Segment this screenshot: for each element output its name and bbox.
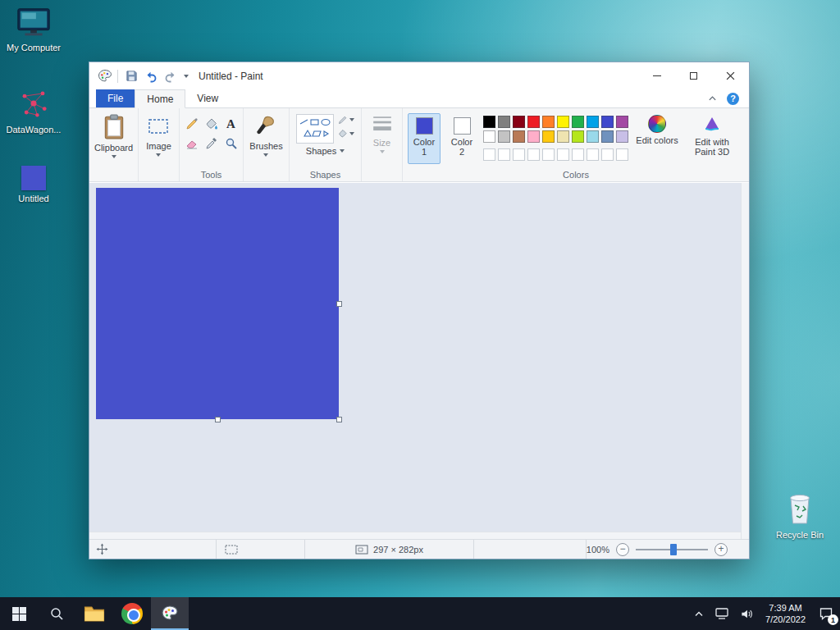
shapes-caption[interactable]: Shapes bbox=[306, 146, 345, 156]
canvas-resize-handle-right[interactable] bbox=[336, 301, 342, 307]
palette-color-swatch[interactable] bbox=[601, 148, 614, 161]
taskbar-paint-button[interactable] bbox=[151, 597, 189, 630]
canvas-resize-handle-bottom[interactable] bbox=[215, 417, 221, 422]
eraser-tool-button[interactable] bbox=[183, 135, 201, 153]
window-controls bbox=[638, 62, 749, 89]
palette-color-swatch[interactable] bbox=[587, 130, 599, 143]
text-tool-button[interactable]: A bbox=[222, 115, 240, 133]
vertical-scrollbar[interactable] bbox=[741, 183, 749, 539]
palette-color-swatch[interactable] bbox=[527, 148, 540, 161]
shape-outline-button[interactable] bbox=[337, 114, 355, 126]
edit-colors-button[interactable]: Edit colors bbox=[633, 113, 681, 145]
palette-color-swatch[interactable] bbox=[527, 130, 540, 143]
palette-color-swatch[interactable] bbox=[616, 116, 628, 128]
taskbar-search-button[interactable] bbox=[38, 597, 75, 630]
redo-button[interactable] bbox=[162, 67, 180, 85]
palette-color-swatch[interactable] bbox=[527, 116, 540, 128]
palette-color-swatch[interactable] bbox=[572, 148, 584, 161]
desktop: My Computer DataWagon... Untitled Recycl… bbox=[0, 0, 840, 630]
palette-color-swatch[interactable] bbox=[557, 116, 569, 128]
desktop-icon-datawagon[interactable]: DataWagon... bbox=[2, 85, 66, 135]
palette-color-swatch[interactable] bbox=[587, 148, 599, 161]
magnifier-tool-button[interactable] bbox=[222, 135, 240, 153]
canvas-area[interactable] bbox=[89, 183, 749, 539]
qat-customize-dropdown-icon[interactable] bbox=[184, 75, 189, 78]
palette-color-swatch[interactable] bbox=[572, 116, 584, 128]
tab-home[interactable]: Home bbox=[135, 89, 185, 108]
palette-color-swatch[interactable] bbox=[542, 116, 555, 128]
palette-color-swatch[interactable] bbox=[616, 148, 628, 161]
shapes-group: Shapes Shapes bbox=[290, 108, 362, 181]
palette-color-swatch[interactable] bbox=[542, 130, 555, 143]
minimize-button[interactable] bbox=[638, 62, 675, 89]
color2-button[interactable]: Color 2 bbox=[445, 113, 478, 164]
palette-color-swatch[interactable] bbox=[587, 116, 599, 128]
desktop-icon-recycle-bin[interactable]: Recycle Bin bbox=[768, 489, 832, 540]
size-button[interactable]: Size bbox=[367, 112, 398, 155]
save-button[interactable] bbox=[122, 67, 140, 85]
shape-fill-button[interactable] bbox=[337, 128, 355, 139]
edit-with-paint3d-button[interactable]: Edit with Paint 3D bbox=[686, 113, 738, 157]
paint3d-icon bbox=[702, 115, 722, 135]
palette-color-swatch[interactable] bbox=[557, 148, 569, 161]
shapes-gallery[interactable] bbox=[296, 114, 334, 144]
tab-file[interactable]: File bbox=[96, 89, 135, 107]
select-button[interactable]: Image bbox=[141, 112, 176, 158]
taskbar: 7:39 AM 7/20/2022 1 bbox=[0, 597, 840, 630]
color1-button[interactable]: Color 1 bbox=[408, 113, 441, 164]
speaker-icon bbox=[740, 608, 753, 620]
image-group: Image bbox=[139, 108, 180, 181]
maximize-button[interactable] bbox=[675, 62, 712, 89]
brushes-button[interactable]: Brushes bbox=[244, 112, 287, 158]
color2-label: Color bbox=[451, 137, 472, 147]
desktop-icon-label: DataWagon... bbox=[7, 125, 62, 135]
close-button[interactable] bbox=[712, 62, 749, 89]
palette-color-swatch[interactable] bbox=[601, 130, 614, 143]
desktop-icon-my-computer[interactable]: My Computer bbox=[2, 7, 66, 52]
untitled-file-thumbnail-icon bbox=[21, 166, 46, 190]
palette-color-swatch[interactable] bbox=[601, 116, 614, 128]
palette-color-swatch[interactable] bbox=[513, 130, 525, 143]
pencil-tool-button[interactable] bbox=[183, 115, 201, 133]
taskbar-clock[interactable]: 7:39 AM 7/20/2022 bbox=[759, 597, 812, 630]
paint-canvas[interactable] bbox=[96, 188, 339, 419]
taskbar-chrome-button[interactable] bbox=[113, 597, 151, 630]
palette-color-swatch[interactable] bbox=[483, 130, 495, 143]
zoom-in-button[interactable]: + bbox=[714, 543, 728, 556]
magnifier-icon bbox=[225, 137, 238, 150]
status-bar: 297 × 282px 100% − + bbox=[89, 539, 749, 559]
tray-network-button[interactable] bbox=[710, 597, 734, 630]
zoom-slider-thumb[interactable] bbox=[670, 544, 677, 555]
horizontal-scrollbar[interactable] bbox=[89, 532, 741, 539]
palette-color-swatch[interactable] bbox=[498, 148, 510, 161]
palette-color-swatch[interactable] bbox=[513, 116, 525, 128]
help-icon[interactable]: ? bbox=[727, 93, 739, 105]
desktop-icon-untitled[interactable]: Untitled bbox=[2, 166, 66, 203]
palette-color-swatch[interactable] bbox=[483, 148, 495, 161]
chevron-up-icon bbox=[694, 610, 704, 618]
fill-tool-button[interactable] bbox=[203, 115, 221, 133]
zoom-out-button[interactable]: − bbox=[616, 543, 629, 556]
canvas-resize-handle-corner[interactable] bbox=[336, 417, 342, 422]
palette-color-swatch[interactable] bbox=[498, 116, 510, 128]
paste-button[interactable]: Clipboard bbox=[89, 112, 138, 160]
minimize-ribbon-icon[interactable] bbox=[708, 95, 717, 102]
action-center-button[interactable]: 1 bbox=[812, 597, 840, 630]
desktop-icon-label: My Computer bbox=[7, 43, 61, 52]
undo-button[interactable] bbox=[142, 67, 160, 85]
tray-volume-button[interactable] bbox=[734, 597, 759, 630]
color-picker-tool-button[interactable] bbox=[203, 135, 221, 153]
palette-color-swatch[interactable] bbox=[498, 130, 510, 143]
palette-color-swatch[interactable] bbox=[513, 148, 525, 161]
palette-color-swatch[interactable] bbox=[572, 130, 584, 143]
palette-color-swatch[interactable] bbox=[542, 148, 555, 161]
palette-color-swatch[interactable] bbox=[616, 130, 628, 143]
palette-color-swatch[interactable] bbox=[483, 116, 495, 128]
text-tool-icon: A bbox=[226, 117, 235, 131]
tray-show-hidden-icons-button[interactable] bbox=[688, 597, 710, 630]
palette-color-swatch[interactable] bbox=[557, 130, 569, 143]
taskbar-file-explorer-button[interactable] bbox=[75, 597, 113, 630]
start-button[interactable] bbox=[0, 597, 38, 630]
tab-view[interactable]: View bbox=[185, 89, 230, 107]
zoom-slider[interactable] bbox=[636, 549, 708, 550]
